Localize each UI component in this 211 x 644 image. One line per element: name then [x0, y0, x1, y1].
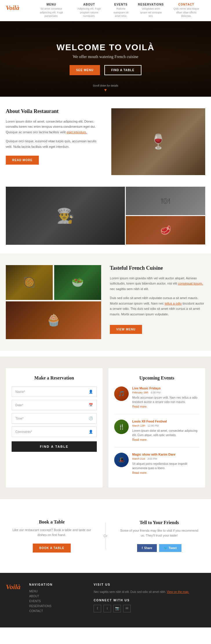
facebook-icon: f — [142, 546, 143, 550]
nav-desc-menu: Sit amet conseteur adipiscing elit. Fugi… — [35, 7, 68, 18]
about-text: About Voila Restaurant Lorem ipsum dolor… — [6, 108, 106, 175]
chef-image — [6, 187, 125, 245]
find-table-button[interactable]: FIND A TABLE — [104, 65, 141, 75]
twitter-footer-icon[interactable]: t — [103, 605, 111, 612]
cuisine-section: Tasteful French Cuisine Lorem ipsum roin… — [0, 253, 211, 351]
time-field[interactable]: Time* 🕐 — [12, 413, 97, 424]
footer-navigation: NAVIGATION MENU ABOUT EVENTS RESERVATION… — [29, 583, 85, 614]
scroll-arrow-icon: ▼ — [93, 88, 118, 92]
food1-photo — [6, 265, 53, 300]
cuisine-link-1[interactable]: consequat ipsum, — [178, 282, 203, 285]
steak-photo — [126, 216, 205, 244]
email-footer-icon[interactable]: ✉ — [123, 605, 131, 612]
event-time-2: 12:00 PM — [148, 424, 159, 427]
book-title: Book a Table — [12, 519, 92, 525]
nav-item-reservations[interactable]: RESERVATIONS Voluptates anim ipsam vel s… — [134, 3, 167, 18]
hero-title: WELCOME TO VOILÀ — [57, 42, 154, 52]
events-title: Upcoming Events — [114, 375, 199, 381]
nav-label-contact: CONTACT — [171, 3, 202, 6]
food2-photo — [54, 265, 101, 300]
event-readmore-2[interactable]: Read more. — [132, 438, 147, 441]
chef-photo — [6, 187, 125, 245]
footer-logo: Voilà — [6, 583, 21, 591]
footer-nav-list: MENU ABOUT EVENTS RESERVATIONS CONTACT — [29, 590, 85, 613]
event-item-3: 🎩 Magic show with Karim Dare March 21st … — [114, 453, 199, 480]
event-time-3: 3:00 PM — [148, 457, 157, 460]
hero-section: WELCOME TO VOILÀ We offer mouth watering… — [0, 21, 211, 97]
footer-nav-about[interactable]: ABOUT — [29, 595, 85, 598]
event-info-1: Live Music Fridays February 19th 6:00 PM… — [132, 386, 199, 409]
event-item-1: 🎵 Live Music Fridays February 19th 6:00 … — [114, 386, 199, 414]
footer: Voilà NAVIGATION MENU ABOUT EVENTS RESER… — [0, 573, 211, 627]
nav-label-menu: MENU — [35, 3, 68, 6]
footer-nav-menu[interactable]: MENU — [29, 590, 85, 593]
nav-desc-reservations: Voluptates anim ipsam vel sinisque sint. — [138, 7, 164, 18]
event-readmore-1[interactable]: Read more. — [132, 405, 147, 408]
event-desc-3: Vit aliquet porro repellendus neque impe… — [132, 462, 199, 470]
read-more-button[interactable]: READ MORE — [6, 156, 39, 165]
event-info-3: Magic show with Karim Dare March 21st 3:… — [132, 453, 199, 475]
name-label: Name* — [15, 390, 25, 393]
event-readmore-3[interactable]: Read more. — [132, 471, 147, 474]
find-table-form-button[interactable]: FIND A TABLE — [12, 441, 97, 452]
event-date-3: March 21st — [132, 457, 145, 460]
hero-subtitle: We offer mouth watering French cuisine — [57, 55, 154, 59]
tw-label: Tweet — [169, 546, 177, 550]
footer-map-link[interactable]: View on the map. — [167, 590, 189, 593]
event-time-1: 6:00 PM — [151, 391, 161, 394]
see-menu-button[interactable]: SEE MENU — [70, 65, 100, 75]
facebook-footer-icon[interactable]: f — [94, 605, 101, 612]
nav-label-events: EVENTS — [111, 3, 131, 6]
photo-grid — [0, 187, 211, 248]
event-title-3: Magic show with Karim Dare — [132, 453, 199, 456]
logo[interactable]: Voilà — [6, 4, 23, 12]
footer-nav-reservations[interactable]: RESERVATIONS — [29, 605, 85, 608]
hero-buttons: SEE MENU FIND A TABLE — [57, 65, 154, 75]
instagram-footer-icon[interactable]: 📷 — [113, 605, 121, 612]
event-title-2: Louis XII Food Festival — [132, 420, 199, 423]
book-desc: Like our restaurant concept? Book a tabl… — [12, 528, 92, 538]
events-box: Upcoming Events 🎵 Live Music Fridays Feb… — [108, 368, 205, 488]
date-field[interactable]: Date* 📅 — [12, 400, 97, 410]
footer-brand: Voilà — [6, 583, 21, 614]
footer-visit-title: VISIT US — [94, 583, 205, 586]
wine-glass-image — [111, 108, 205, 175]
about-p1: Lorem ipsum dolor sit amet, consectetur … — [6, 119, 100, 135]
about-link-1[interactable]: eget interdum. — [67, 130, 87, 134]
event-meta-2: March 12th 12:00 PM — [132, 424, 199, 427]
footer-visit-text: Nec sagittis sem nibh id elit. Duis sed … — [94, 590, 205, 594]
nav-item-about[interactable]: ABOUT Adipiscing elit. Fugit proptam rat… — [71, 3, 108, 18]
event-thumb-2: 🍴 — [114, 420, 129, 434]
twitter-icon: 🐦 — [164, 546, 167, 550]
footer-connect: CONNECT WITH US f t 📷 ✉ — [94, 599, 205, 612]
magic-icon: 🎩 — [118, 457, 125, 463]
nav-label-about: ABOUT — [74, 3, 104, 6]
book-share-section: Book a Table Like our restaurant concept… — [0, 499, 211, 573]
event-thumb-1: 🎵 — [114, 386, 129, 401]
event-desc-2: Lorem ipsum dolor sit amet, consectetur … — [132, 429, 199, 437]
event-thumb-3: 🎩 — [114, 453, 129, 467]
comments-field[interactable]: Comments* 👤 — [12, 427, 97, 437]
book-table-button[interactable]: BOOK A TABLE — [33, 544, 71, 553]
name-field[interactable]: Name* 👤 — [12, 386, 97, 397]
calendar-icon: 📅 — [89, 403, 93, 407]
nav-item-events[interactable]: EVENTS Ratione numquam sit amet tetur. — [107, 3, 134, 18]
twitter-share-button[interactable]: 🐦 Tweet — [159, 544, 181, 552]
footer-nav-contact[interactable]: CONTACT — [29, 609, 85, 613]
event-meta-1: February 19th 6:00 PM — [132, 391, 199, 394]
user-icon: 👤 — [89, 430, 93, 434]
cuisine-p1: Lorem ipsum roin gravida nibh vel velit … — [110, 276, 205, 292]
book-section: Book a Table Like our restaurant concept… — [6, 514, 98, 558]
facebook-share-button[interactable]: f Share — [137, 544, 157, 552]
footer-nav-events[interactable]: EVENTS — [29, 600, 85, 603]
nav-item-contact[interactable]: CONTACT Quis nemo aita neque ullam vitae… — [167, 3, 205, 18]
about-title: About Voila Restaurant — [6, 108, 100, 114]
nav-items: MENU Sit amet conseteur adipiscing elit.… — [32, 3, 205, 18]
social-icons: f t 📷 ✉ — [94, 605, 205, 612]
view-menu-button[interactable]: VIEW MENU — [110, 325, 142, 334]
nav-item-menu[interactable]: MENU Sit amet conseteur adipiscing elit.… — [32, 3, 71, 18]
event-title-1: Live Music Fridays — [132, 386, 199, 390]
cuisine-link-2[interactable]: tellus a odio — [165, 302, 182, 305]
about-section: About Voila Restaurant Lorem ipsum dolor… — [0, 97, 211, 187]
nav-desc-contact: Quis nemo aita neque ullam vitae officii… — [171, 7, 202, 18]
